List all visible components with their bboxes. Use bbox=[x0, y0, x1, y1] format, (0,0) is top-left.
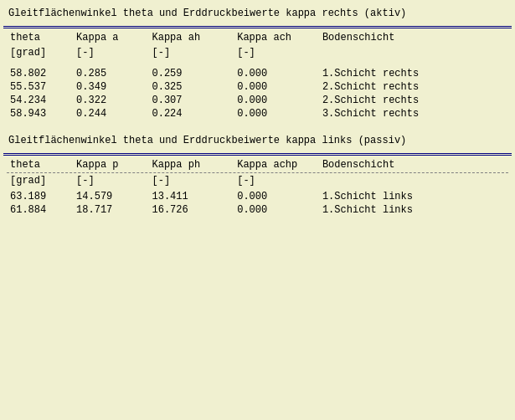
header-row-2: theta Kappa p Kappa ph Kappa achp Bodens… bbox=[7, 157, 508, 172]
section-1-table-container: theta Kappa a Kappa ah Kappa ach Bodensc… bbox=[3, 30, 512, 125]
section-2-table: theta Kappa p Kappa ph Kappa achp Bodens… bbox=[7, 157, 508, 217]
cell-boden: 3.Schicht rechts bbox=[319, 107, 508, 120]
table-row: 58.943 0.244 0.224 0.000 3.Schicht recht… bbox=[7, 107, 508, 120]
cell-k2: 0.325 bbox=[149, 80, 234, 94]
cell-boden: 1.Schicht links bbox=[319, 190, 508, 203]
section-1-body: 58.802 0.285 0.259 0.000 1.Schicht recht… bbox=[7, 62, 508, 125]
table-row: 54.234 0.322 0.307 0.000 2.Schicht recht… bbox=[7, 94, 508, 107]
cell-k3: 0.000 bbox=[234, 190, 319, 203]
table-row: 61.884 18.717 16.726 0.000 1.Schicht lin… bbox=[7, 203, 508, 217]
unit-theta-1: [grad] bbox=[7, 45, 73, 62]
unit-k3-1: [-] bbox=[234, 45, 319, 62]
col-header-kappa-ah: Kappa ah bbox=[149, 30, 234, 45]
col-header-theta-2: theta bbox=[7, 157, 73, 172]
col-header-theta-1: theta bbox=[7, 30, 73, 45]
cell-k2: 0.259 bbox=[149, 67, 234, 80]
section-1-title: Gleitflächenwinkel theta und Erddruckbei… bbox=[3, 3, 512, 24]
main-container: Gleitflächenwinkel theta und Erddruckbei… bbox=[0, 0, 515, 225]
unit-k3-2: [-] bbox=[234, 173, 319, 190]
header-row-1: theta Kappa a Kappa ah Kappa ach Bodensc… bbox=[7, 30, 508, 45]
cell-k2: 0.307 bbox=[149, 94, 234, 107]
col-header-kappa-achp: Kappa achp bbox=[234, 157, 319, 172]
cell-k3: 0.000 bbox=[234, 107, 319, 120]
cell-theta: 58.802 bbox=[7, 67, 73, 80]
section-1-double-line bbox=[3, 26, 512, 28]
section-2-body: [grad] [-] [-] [-] 63.189 14.579 13.411 … bbox=[7, 172, 508, 217]
cell-k1: 0.285 bbox=[73, 67, 148, 80]
cell-k3: 0.000 bbox=[234, 94, 319, 107]
col-header-kappa-ach: Kappa ach bbox=[234, 30, 319, 45]
cell-theta: 58.943 bbox=[7, 107, 73, 120]
cell-boden: 1.Schicht links bbox=[319, 203, 508, 217]
section-1: Gleitflächenwinkel theta und Erddruckbei… bbox=[3, 3, 512, 125]
col-header-boden-2: Bodenschicht bbox=[319, 157, 508, 172]
unit-boden-1 bbox=[319, 45, 508, 62]
section-2-title: Gleitflächenwinkel theta und Erddruckbei… bbox=[3, 131, 512, 151]
table-row: 55.537 0.349 0.325 0.000 2.Schicht recht… bbox=[7, 80, 508, 94]
cell-k1: 14.579 bbox=[73, 190, 148, 203]
section-2-double-line bbox=[3, 153, 512, 156]
unit-k1-1: [-] bbox=[73, 45, 148, 62]
cell-k2: 0.224 bbox=[149, 107, 234, 120]
cell-k1: 18.717 bbox=[73, 203, 148, 217]
cell-k2: 16.726 bbox=[149, 203, 234, 217]
unit-k1-2: [-] bbox=[73, 173, 148, 190]
cell-theta: 63.189 bbox=[7, 190, 73, 203]
cell-k1: 0.349 bbox=[73, 80, 148, 94]
section-2-table-container: theta Kappa p Kappa ph Kappa achp Bodens… bbox=[3, 157, 512, 217]
cell-k1: 0.322 bbox=[73, 94, 148, 107]
section-1-table: theta Kappa a Kappa ah Kappa ach Bodensc… bbox=[7, 30, 508, 125]
cell-boden: 2.Schicht rechts bbox=[319, 94, 508, 107]
cell-k3: 0.000 bbox=[234, 203, 319, 217]
cell-theta: 54.234 bbox=[7, 94, 73, 107]
cell-theta: 61.884 bbox=[7, 203, 73, 217]
col-header-kappa-ph: Kappa ph bbox=[149, 157, 234, 172]
unit-k2-2: [-] bbox=[149, 173, 234, 190]
unit-boden-2 bbox=[319, 173, 508, 190]
unit-theta-2: [grad] bbox=[7, 173, 73, 190]
col-header-boden-1: Bodenschicht bbox=[319, 30, 508, 45]
cell-k3: 0.000 bbox=[234, 80, 319, 94]
table-row: 63.189 14.579 13.411 0.000 1.Schicht lin… bbox=[7, 190, 508, 203]
col-header-kappa-a: Kappa a bbox=[73, 30, 148, 45]
spacer-row-end bbox=[7, 120, 508, 125]
cell-k1: 0.244 bbox=[73, 107, 148, 120]
cell-k3: 0.000 bbox=[234, 67, 319, 80]
cell-boden: 1.Schicht rechts bbox=[319, 67, 508, 80]
section-2: Gleitflächenwinkel theta und Erddruckbei… bbox=[3, 131, 512, 217]
unit-row-1: [grad] [-] [-] [-] bbox=[7, 45, 508, 62]
cell-boden: 2.Schicht rechts bbox=[319, 80, 508, 94]
table-row: 58.802 0.285 0.259 0.000 1.Schicht recht… bbox=[7, 67, 508, 80]
unit-row-2: [grad] [-] [-] [-] bbox=[7, 173, 508, 190]
unit-k2-1: [-] bbox=[149, 45, 234, 62]
col-header-kappa-p: Kappa p bbox=[73, 157, 148, 172]
cell-theta: 55.537 bbox=[7, 80, 73, 94]
cell-k2: 13.411 bbox=[149, 190, 234, 203]
